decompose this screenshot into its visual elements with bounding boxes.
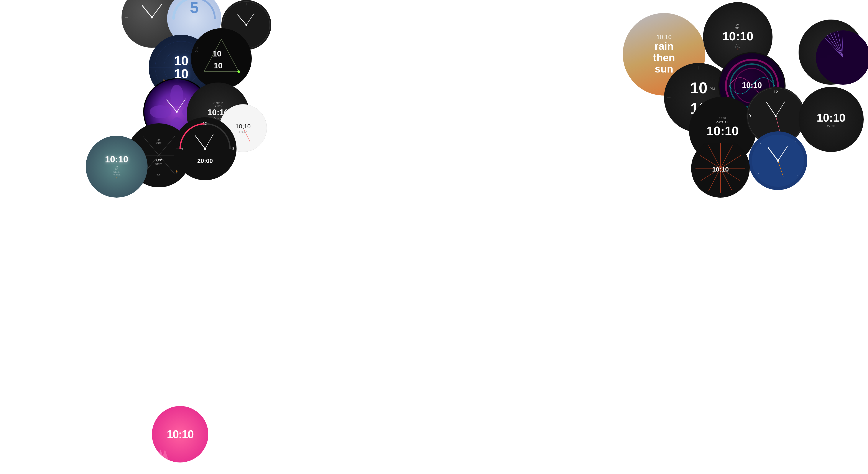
svg-line-13	[238, 15, 246, 25]
svg-text:12: 12	[774, 90, 778, 94]
watch-face-teal-fog[interactable]: 10:10 24oct 30 minACTIVE 🏃	[86, 136, 148, 198]
svg-text:5: 5	[190, 0, 198, 16]
svg-line-56	[776, 116, 780, 132]
watch-face-fan-purple[interactable]	[816, 30, 868, 85]
svg-text:10: 10	[213, 49, 221, 58]
svg-line-55	[776, 101, 785, 116]
svg-point-48	[243, 128, 244, 129]
svg-line-85	[205, 134, 213, 149]
svg-line-100	[720, 146, 733, 168]
svg-point-95	[761, 143, 761, 144]
svg-text:9: 9	[749, 114, 751, 118]
svg-point-28	[150, 105, 172, 118]
watch-face-blue-analog[interactable]	[748, 130, 808, 191]
svg-line-47	[243, 128, 250, 141]
svg-line-65	[159, 136, 175, 155]
svg-text:24: 24	[158, 139, 160, 141]
svg-text:50m: 50m	[156, 173, 161, 176]
svg-line-110	[709, 146, 720, 168]
svg-text:PM: PM	[710, 87, 715, 91]
watch-face-pink[interactable]: 10:10	[152, 406, 208, 463]
svg-point-32	[176, 111, 178, 113]
svg-point-88	[181, 148, 183, 150]
svg-text:3: 3	[232, 147, 235, 150]
svg-point-86	[204, 148, 206, 150]
svg-text:10:10: 10:10	[742, 81, 762, 90]
svg-line-4	[142, 5, 152, 18]
svg-point-96	[795, 141, 796, 142]
svg-point-22	[238, 70, 240, 73]
svg-line-84	[195, 136, 205, 149]
watch-face-spikes[interactable]: 10:10	[691, 139, 750, 198]
watch-face-arc[interactable]: 12 3 20:00	[174, 117, 237, 180]
svg-line-54	[767, 102, 776, 116]
svg-point-15	[245, 24, 247, 26]
svg-text:10:10: 10:10	[712, 166, 729, 173]
svg-text:3,250: 3,250	[155, 159, 162, 162]
svg-line-14	[246, 13, 254, 25]
svg-line-61	[833, 31, 843, 58]
svg-text:OCT: OCT	[156, 142, 161, 144]
svg-point-57	[775, 115, 777, 117]
svg-point-6	[151, 16, 153, 19]
svg-point-97	[758, 174, 759, 174]
svg-text:20:00: 20:00	[197, 157, 213, 164]
svg-point-26	[170, 85, 183, 107]
svg-text:10: 10	[214, 61, 222, 70]
svg-line-71	[143, 136, 159, 155]
weather-label: rainthensun	[653, 40, 675, 75]
svg-line-5	[152, 4, 162, 18]
svg-point-98	[797, 176, 798, 176]
weather-time: 10:10	[653, 34, 675, 40]
svg-point-94	[777, 159, 779, 162]
svg-text:10: 10	[690, 79, 707, 97]
watch-face-info-dark-3[interactable]: 10:10 90 min	[799, 87, 864, 152]
svg-text:🏃: 🏃	[175, 170, 179, 174]
svg-text:STEPS: STEPS	[155, 163, 162, 166]
